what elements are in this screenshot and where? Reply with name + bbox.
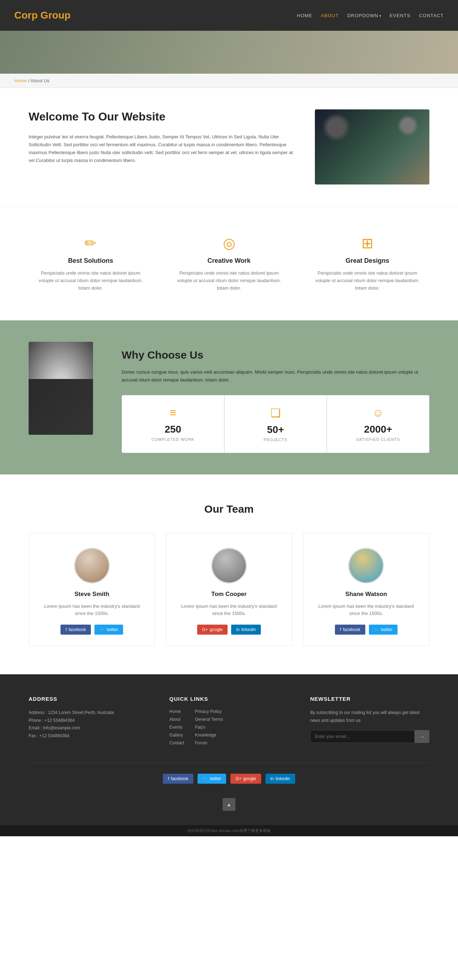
footer-links-col1: Home About Events Gallery Contact — [169, 709, 184, 748]
team-card-shane: Shane Watson Lorem Ipsum has been the in… — [303, 533, 429, 646]
google-button[interactable]: G+ google — [197, 625, 228, 635]
scroll-top-button[interactable]: ▲ — [223, 798, 235, 811]
footer-link-home[interactable]: Home — [169, 709, 181, 714]
twitter-button[interactable]: 🐦 twitter — [94, 625, 123, 635]
welcome-section: Welcome To Our Website Integer pulvinar … — [0, 88, 458, 206]
team-member-bio: Lorem Ipsum has been the industry's stan… — [177, 603, 281, 618]
linkedin-icon: in — [236, 627, 239, 632]
team-member-bio: Lorem Ipsum has been the industry's stan… — [314, 603, 418, 618]
newsletter-email-input[interactable] — [310, 730, 415, 743]
projects-icon: ❏ — [232, 406, 319, 420]
breadcrumb-home[interactable]: Home — [14, 78, 27, 83]
footer-address-heading: Address — [29, 696, 148, 702]
footer-link-contact[interactable]: Contact — [169, 740, 184, 745]
footer-facebook-button[interactable]: f facebook — [163, 774, 193, 784]
nav-contact[interactable]: CONTACT — [419, 13, 444, 18]
footer-link-knowledge[interactable]: Knowledge — [195, 733, 216, 738]
feature-title: Best Solutions — [36, 257, 146, 264]
footer-google-button[interactable]: G+ google — [230, 774, 261, 784]
feature-desc: Perspiciatis unde omnis iste natus dolor… — [174, 270, 284, 292]
team-heading: Our Team — [29, 503, 429, 515]
target-icon: ◎ — [174, 235, 284, 251]
avatar-shane — [348, 548, 384, 584]
google-icon: G+ — [202, 627, 208, 632]
footer-grid: Address Address : 1234 Lorem Street,Pert… — [29, 696, 429, 748]
twitter-icon: 🐦 — [374, 627, 379, 632]
facebook-button[interactable]: f facebook — [335, 625, 365, 635]
why-choose-us-section: Why Choose Us Donec cursus congue risus.… — [0, 320, 458, 474]
twitter-icon: 🐦 — [203, 776, 208, 781]
facebook-icon: f — [168, 776, 169, 781]
stack-icon: ⊞ — [312, 235, 422, 251]
footer-address-line4: Fax : +12 534894364 — [29, 732, 148, 740]
site-header: Corp Group HOME ABOUT DROPDOWN EVENTS CO… — [0, 0, 458, 31]
footer-link-terms[interactable]: General Terms — [195, 717, 223, 722]
why-description: Donec cursus congue risus. quis varius v… — [122, 368, 429, 384]
features-grid: ✏ Best Solutions Perspiciatis unde omnis… — [29, 228, 429, 299]
footer-links-grid: Home About Events Gallery Contact Privac… — [169, 709, 289, 748]
feature-title: Great Designs — [312, 257, 422, 264]
linkedin-button[interactable]: in linkedin — [231, 625, 261, 635]
welcome-text: Welcome To Our Website Integer pulvinar … — [29, 110, 294, 164]
feature-great-designs: ⊞ Great Designs Perspiciatis unde omnis … — [305, 228, 429, 299]
nav-dropdown[interactable]: DROPDOWN — [348, 13, 378, 18]
footer-link-faq[interactable]: Faq's — [195, 725, 205, 730]
nav-home[interactable]: HOME — [297, 13, 312, 18]
stat-label: PROJECTS — [232, 438, 319, 442]
welcome-image — [315, 110, 429, 185]
footer-link-gallery[interactable]: Gallery — [169, 733, 183, 738]
why-person — [29, 342, 100, 435]
facebook-icon: f — [340, 627, 341, 632]
stat-number: 250 — [129, 424, 217, 435]
newsletter-submit-button[interactable]: → — [415, 730, 429, 743]
welcome-heading: Welcome To Our Website — [29, 110, 294, 124]
newsletter-form: → — [310, 730, 429, 743]
footer-link-forum[interactable]: Forum — [195, 740, 207, 745]
team-member-name: Tom Cooper — [177, 591, 281, 598]
nav-events[interactable]: EVENTS — [389, 13, 410, 18]
twitter-button[interactable]: 🐦 twitter — [369, 625, 397, 635]
stat-label: SATISFIED CLIENTS — [334, 437, 422, 442]
feature-desc: Perspiciatis unde omnis iste natus dolor… — [36, 270, 146, 292]
footer-address-line3: Email : Info@example.com — [29, 724, 148, 732]
avatar-steve — [74, 548, 110, 584]
stat-number: 50+ — [232, 424, 319, 436]
team-social-steve: f facebook 🐦 twitter — [40, 625, 144, 635]
feature-best-solutions: ✏ Best Solutions Perspiciatis unde omnis… — [29, 228, 153, 299]
stats-box: ≡ 250 COMPLETED WORK ❏ 50+ PROJECTS ☺ 20… — [122, 395, 429, 453]
features-section: ✏ Best Solutions Perspiciatis unde omnis… — [0, 206, 458, 320]
footer-linkedin-button[interactable]: in linkedin — [265, 774, 295, 784]
facebook-button[interactable]: f facebook — [61, 625, 91, 635]
team-social-tom: G+ google in linkedin — [177, 625, 281, 635]
footer-links-heading: Quick Links — [169, 696, 289, 702]
stat-label: COMPLETED WORK — [129, 437, 217, 442]
completed-work-icon: ≡ — [129, 406, 217, 419]
watermark: 访问鸟哥社区bbs.xieniao.com免费下载更多模板 — [0, 825, 458, 836]
footer-link-privacy[interactable]: Privacy Policy — [195, 709, 222, 714]
facebook-icon: f — [65, 627, 67, 632]
stat-satisfied-clients: ☺ 2000+ SATISFIED CLIENTS — [327, 395, 429, 453]
twitter-icon: 🐦 — [99, 627, 105, 632]
stat-number: 2000+ — [334, 424, 422, 435]
why-content: Why Choose Us Donec cursus congue risus.… — [122, 342, 429, 453]
hero-section — [0, 31, 458, 74]
stat-projects: ❏ 50+ PROJECTS — [225, 395, 327, 453]
footer-link-events[interactable]: Events — [169, 725, 182, 730]
person-image — [29, 342, 93, 435]
footer-twitter-button[interactable]: 🐦 twitter — [198, 774, 226, 784]
feature-desc: Perspiciatis unde omnis iste natus dolor… — [312, 270, 422, 292]
stat-completed-work: ≡ 250 COMPLETED WORK — [122, 395, 224, 453]
nav-about[interactable]: ABOUT — [321, 13, 339, 18]
why-heading: Why Choose Us — [122, 349, 429, 361]
feature-creative-work: ◎ Creative Work Perspiciatis unde omnis … — [167, 228, 291, 299]
footer-address: Address Address : 1234 Lorem Street,Pert… — [29, 696, 148, 748]
scroll-top: ▲ — [29, 798, 429, 811]
footer-newsletter-desc: By subscribing to our mailing list you w… — [310, 709, 429, 724]
feature-title: Creative Work — [174, 257, 284, 264]
google-icon: G+ — [235, 776, 241, 781]
footer-social: f facebook 🐦 twitter G+ google in linked… — [29, 763, 429, 791]
pencil-icon: ✏ — [36, 235, 146, 251]
team-card-tom: Tom Cooper Lorem Ipsum has been the indu… — [166, 533, 292, 646]
team-card-steve: Steve Smith Lorem Ipsum has been the ind… — [29, 533, 155, 646]
footer-link-about[interactable]: About — [169, 717, 180, 722]
